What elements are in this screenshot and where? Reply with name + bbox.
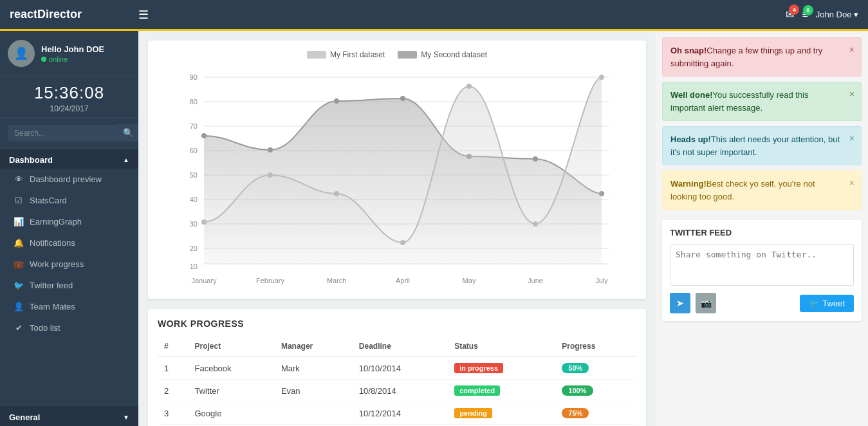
chevron-up-icon: ▲ bbox=[123, 156, 129, 163]
online-status: online bbox=[41, 55, 104, 63]
table-header: # Project Manager Deadline Status Progre… bbox=[158, 337, 636, 357]
notifications-icon-btn[interactable]: ≡ 0 bbox=[802, 9, 808, 21]
sidebar-item-teammates[interactable]: 👤 Team Mates bbox=[0, 296, 138, 317]
cell-num: 2 bbox=[158, 380, 188, 402]
sidebar-item-notifications[interactable]: 🔔 Notifications bbox=[0, 232, 138, 254]
cell-project: Twitter bbox=[188, 380, 274, 402]
table-row: 3 Google 10/12/2014 pending 75% bbox=[158, 402, 636, 425]
cell-status: completed bbox=[448, 380, 555, 402]
cell-num: 3 bbox=[158, 402, 188, 425]
sidebar-item-dashboard-preview[interactable]: 👁 Dashboard preview bbox=[0, 169, 138, 190]
sidebar-item-label: Dashboard preview bbox=[30, 174, 102, 184]
sidebar-item-twitterfeed[interactable]: 🐦 Twitter feed bbox=[0, 275, 138, 296]
svg-text:June: June bbox=[528, 277, 543, 284]
svg-point-25 bbox=[201, 133, 207, 138]
svg-point-28 bbox=[400, 96, 405, 101]
cell-deadline: 10/8/2014 bbox=[353, 380, 448, 402]
alert-success: Well done!You successfully read this imp… bbox=[662, 82, 862, 121]
status-badge: completed bbox=[454, 385, 500, 396]
twitter-camera-icon-btn[interactable]: 📷 bbox=[696, 293, 716, 313]
cell-deadline: 10/12/2014 bbox=[353, 402, 448, 425]
svg-point-34 bbox=[334, 191, 339, 196]
sidebar-item-label: EarningGraph bbox=[30, 217, 82, 227]
svg-text:May: May bbox=[463, 277, 476, 284]
tweet-button-label: Tweet bbox=[822, 299, 845, 308]
col-num: # bbox=[158, 337, 188, 357]
work-progress-title: WORK PROGRESS bbox=[158, 319, 636, 329]
progress-badge: 100% bbox=[562, 385, 593, 396]
twitter-icon: 🐦 bbox=[13, 281, 24, 290]
sidebar-item-earninggraph[interactable]: 📊 EarningGraph bbox=[0, 211, 138, 232]
notifications-badge: 0 bbox=[803, 5, 813, 15]
legend-label-ds1: My First dataset bbox=[330, 50, 385, 59]
tweet-button[interactable]: 🐦 Tweet bbox=[800, 295, 854, 312]
sidebar-section-general[interactable]: General ▼ bbox=[0, 406, 138, 426]
sidebar-item-statscard[interactable]: ☑ StatsCard bbox=[0, 190, 138, 211]
profile-info: Hello John DOE online bbox=[41, 44, 104, 63]
app-brand: reactDirector bbox=[10, 8, 138, 21]
svg-text:February: February bbox=[256, 277, 285, 284]
svg-point-36 bbox=[466, 84, 472, 89]
progress-badge: 50% bbox=[562, 363, 589, 373]
sidebar-item-label: StatsCard bbox=[30, 196, 67, 205]
twitter-title: TWITTER FEED bbox=[670, 228, 854, 237]
cell-progress: 50% bbox=[555, 357, 636, 380]
sidebar-item-label: Notifications bbox=[30, 238, 75, 248]
svg-point-30 bbox=[533, 156, 538, 162]
work-progress-section: WORK PROGRESS # Project Manager Deadline… bbox=[148, 309, 646, 426]
online-label: online bbox=[49, 55, 68, 63]
twitter-actions: ➤ 📷 🐦 Tweet bbox=[670, 293, 854, 313]
svg-text:40: 40 bbox=[190, 196, 198, 203]
progress-badge: 75% bbox=[562, 408, 589, 418]
cell-manager: Evan bbox=[275, 380, 353, 402]
sidebar-date: 10/24/2017 bbox=[0, 104, 138, 113]
line-chart: 90 80 70 60 50 40 30 20 10 January Febru… bbox=[158, 64, 636, 290]
user-icon: 👤 bbox=[13, 302, 24, 311]
cell-project: Google bbox=[188, 402, 274, 425]
legend-ds1: My First dataset bbox=[307, 50, 385, 59]
cell-status: pending bbox=[448, 402, 555, 425]
sidebar-section-dashboard[interactable]: Dashboard ▲ bbox=[0, 149, 138, 169]
legend-swatch-ds1 bbox=[307, 51, 326, 59]
cell-deadline: 10/10/2014 bbox=[353, 357, 448, 380]
svg-text:80: 80 bbox=[190, 98, 198, 106]
table-row: 1 Facebook Mark 10/10/2014 in progress 5… bbox=[158, 357, 636, 380]
cell-progress: 100% bbox=[555, 380, 636, 402]
app-body: 👤 Hello John DOE online 15:36:08 10/24/2… bbox=[0, 31, 868, 426]
alert-label: Warning! bbox=[670, 179, 706, 189]
status-badge: pending bbox=[454, 408, 492, 418]
alert-label: Well done! bbox=[670, 90, 712, 100]
cell-project: Facebook bbox=[188, 357, 274, 380]
sidebar-item-label: Todo list bbox=[30, 323, 60, 333]
sidebar-item-todolist[interactable]: ✔ Todo list bbox=[0, 317, 138, 338]
alert-close-btn[interactable]: × bbox=[849, 88, 854, 101]
alert-close-btn[interactable]: × bbox=[849, 43, 854, 57]
chart-container: My First dataset My Second dataset bbox=[148, 41, 646, 299]
twitter-textarea[interactable] bbox=[670, 244, 854, 286]
search-button[interactable]: 🔍 bbox=[117, 124, 138, 142]
right-panel: Oh snap!Change a few things up and try s… bbox=[656, 31, 868, 426]
user-menu[interactable]: John Doe ▾ bbox=[816, 10, 858, 19]
bell-icon: 🔔 bbox=[13, 238, 24, 248]
alert-close-btn[interactable]: × bbox=[849, 176, 854, 190]
sidebar-search: 🔍 bbox=[0, 118, 138, 149]
alert-close-btn[interactable]: × bbox=[849, 132, 854, 145]
search-input[interactable] bbox=[8, 125, 117, 142]
legend-ds2: My Second dataset bbox=[398, 50, 487, 59]
chevron-down-icon: ▼ bbox=[123, 414, 129, 421]
alerts-container: Oh snap!Change a few things up and try s… bbox=[662, 37, 862, 215]
profile-name: Hello John DOE bbox=[41, 44, 104, 54]
svg-point-32 bbox=[201, 219, 207, 225]
menu-toggle-icon[interactable]: ☰ bbox=[138, 8, 149, 22]
legend-swatch-ds2 bbox=[398, 51, 417, 59]
sidebar-item-workprogress[interactable]: 💼 Work progress bbox=[0, 254, 138, 275]
twitter-send-icon-btn[interactable]: ➤ bbox=[670, 293, 690, 313]
avatar: 👤 bbox=[8, 40, 35, 67]
col-deadline: Deadline bbox=[353, 337, 448, 357]
top-nav-right: ✉ 4 ≡ 0 John Doe ▾ bbox=[786, 8, 858, 21]
status-badge: in progress bbox=[454, 363, 503, 373]
online-dot bbox=[41, 57, 46, 62]
mail-icon-btn[interactable]: ✉ 4 bbox=[786, 8, 794, 21]
col-status: Status bbox=[448, 337, 555, 357]
mail-badge: 4 bbox=[789, 5, 799, 15]
